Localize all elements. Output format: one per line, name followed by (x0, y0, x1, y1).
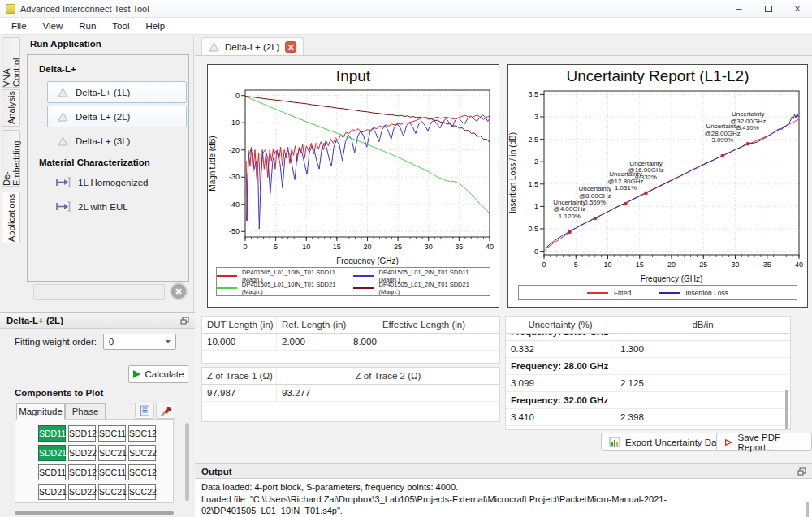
component-button-scd21[interactable]: SCD21 (38, 484, 66, 500)
table-row: 97.98793.277 (202, 385, 499, 402)
uncertainty-table-scrollbar[interactable] (785, 390, 788, 430)
table-cell[interactable]: 8.000 (348, 334, 499, 350)
cancel-icon[interactable]: ✕ (170, 282, 188, 300)
svg-text:35: 35 (763, 261, 771, 269)
component-button-sdc21[interactable]: SDC21 (98, 445, 126, 461)
column-header: Uncertainty (%) (506, 317, 615, 333)
minimize-icon[interactable]: – (724, 0, 754, 18)
sidebar-tab-analysis[interactable]: Analysis (2, 89, 20, 127)
delta-2l-panel-title: Delta-L+ (2L) (6, 316, 63, 325)
svg-text:40: 40 (795, 261, 803, 269)
svg-text:25: 25 (699, 261, 707, 269)
material-2l-label: 2L with EUL (78, 202, 128, 212)
svg-text:-40: -40 (229, 200, 240, 209)
component-button-sdd11[interactable]: SDD11 (38, 425, 66, 442)
menu-tool[interactable]: Tool (104, 19, 137, 33)
table-cell[interactable]: 3.410 (506, 409, 615, 425)
horizontal-scrollbar[interactable] (15, 511, 174, 515)
legend-swatch (353, 287, 374, 289)
sidebar-tab-applications[interactable]: Applications (2, 192, 20, 243)
maximize-icon[interactable] (754, 0, 783, 18)
svg-text:3.5: 3.5 (528, 90, 538, 98)
table-cell[interactable]: 97.987 (202, 385, 277, 401)
table-cell[interactable]: 2.398 (615, 409, 790, 425)
menu-file[interactable]: File (3, 19, 35, 33)
component-button-scc21[interactable]: SCC21 (98, 484, 126, 500)
material-1l-homogenized[interactable]: 1L Homogenized (55, 177, 149, 187)
components-to-plot-title: Components to Plot (15, 388, 103, 398)
sidebar-tab-vna-control[interactable]: VNA Control (2, 37, 20, 88)
calculate-button[interactable]: Calculate (128, 365, 188, 383)
svg-text:3.099%: 3.099% (711, 136, 733, 144)
sidebar-tab-de-embedding[interactable]: De-Embedding (2, 130, 20, 187)
component-button-sdd22[interactable]: SDD22 (68, 445, 96, 461)
table-cell[interactable]: 0.332 (506, 341, 615, 357)
menu-help[interactable]: Help (137, 19, 173, 33)
component-button-sdc22[interactable]: SDC22 (128, 445, 156, 461)
material-1l-label: 1L Homogenized (78, 178, 149, 187)
document-tab[interactable]: Delta-L+ (2L) ✕ (201, 37, 304, 56)
table-cell[interactable]: 93.277 (277, 385, 499, 401)
delta-2l-panel: Delta-L+ (2L) Fitting weight order: 0 Ca… (0, 312, 195, 517)
delta-3l-button[interactable]: Delta-L+ (3L) (47, 130, 187, 152)
table-row: 3.0992.125 (506, 375, 790, 392)
legend-label: Fitted (614, 289, 631, 297)
input-chart-canvas: 05101520253035400-10-20-30-40-50Frequenc… (208, 86, 497, 266)
tab-close-icon[interactable]: ✕ (285, 41, 296, 53)
float-icon[interactable] (797, 467, 806, 477)
table-header-row: DUT Length (in)Ref. Length (in)Effective… (202, 317, 499, 334)
menu-view[interactable]: View (35, 19, 71, 33)
pdf-icon (724, 437, 733, 447)
svg-text:15: 15 (333, 243, 341, 251)
tab-phase[interactable]: Phase (65, 403, 106, 420)
column-header: Z of Trace 2 (Ω) (277, 368, 499, 384)
components-list-icon[interactable] (135, 403, 154, 419)
component-button-scd12[interactable]: SCD12 (68, 464, 96, 480)
svg-text:0: 0 (534, 248, 538, 256)
component-button-sdd12[interactable]: SDD12 (68, 425, 96, 442)
document-tab-label: Delta-L+ (2L) (225, 42, 279, 52)
svg-text:10: 10 (603, 261, 611, 269)
svg-text:5: 5 (274, 243, 278, 251)
table-cell[interactable]: 3.099 (506, 375, 615, 391)
delta-1l-button[interactable]: Delta-L+ (1L) (47, 81, 187, 103)
table-header-row: Z of Trace 1 (Ω)Z of Trace 2 (Ω) (202, 368, 499, 385)
components-grid: SDD11SDD12SDC11SDC12SDD21SDD22SDC21SDC22… (15, 419, 174, 503)
component-button-scd11[interactable]: SCD11 (38, 464, 66, 480)
fitting-weight-select[interactable]: 0 (103, 334, 176, 350)
export-icon (609, 437, 620, 447)
save-pdf-label: Save PDF Report... (738, 433, 804, 452)
component-button-scc11[interactable]: SCC11 (98, 464, 126, 480)
uncertainty-chart-title: Uncertainty Report (L1-L2) (508, 65, 807, 86)
svg-text:1.5: 1.5 (528, 180, 538, 188)
table-cell[interactable]: 2.000 (277, 334, 348, 350)
delta-2l-button[interactable]: Delta-L+ (2L) (47, 106, 187, 127)
float-icon[interactable] (180, 317, 189, 326)
output-panel: Output Data loaded: 4-port block, S-para… (195, 463, 812, 517)
input-chart-legend: DP401505_L01_10IN_T01 SDD11 (Magn.)DP401… (216, 267, 490, 296)
table-cell[interactable]: 2.125 (615, 375, 790, 391)
component-button-scc12[interactable]: SCC12 (128, 464, 156, 480)
close-icon[interactable]: × (783, 0, 812, 18)
component-button-scc22[interactable]: SCC22 (128, 484, 156, 500)
vertical-scrollbar[interactable] (185, 423, 189, 501)
component-button-sdc11[interactable]: SDC11 (98, 425, 126, 442)
output-log: Data loaded: 4-port block, S-parameters,… (195, 479, 812, 517)
output-scrollbar[interactable] (806, 502, 809, 517)
component-button-sdc12[interactable]: SDC12 (128, 425, 156, 442)
component-button-scd22[interactable]: SCD22 (68, 484, 96, 500)
tab-magnitude[interactable]: Magnitude (16, 403, 65, 420)
app-window: Advanced Interconnect Test Tool – × File… (0, 0, 812, 517)
component-button-sdd21[interactable]: SDD21 (38, 445, 66, 461)
legend-label: DP401505_L01_2IN_T01 SDD21 (Magn.) (378, 281, 490, 295)
save-pdf-button[interactable]: Save PDF Report... (716, 433, 812, 451)
table-cell[interactable]: 10.000 (202, 334, 277, 350)
material-2l-with-eul[interactable]: 2L with EUL (55, 201, 128, 212)
delta-1l-label: Delta-L+ (1L) (76, 88, 130, 97)
svg-text:20: 20 (667, 261, 676, 269)
table-cell[interactable]: 1.300 (615, 341, 790, 357)
menu-run[interactable]: Run (71, 19, 104, 33)
clear-plot-icon[interactable] (156, 403, 175, 419)
app-icon (6, 4, 15, 14)
uncertainty-chart-legend: FittedInsertion Loss (518, 285, 797, 300)
